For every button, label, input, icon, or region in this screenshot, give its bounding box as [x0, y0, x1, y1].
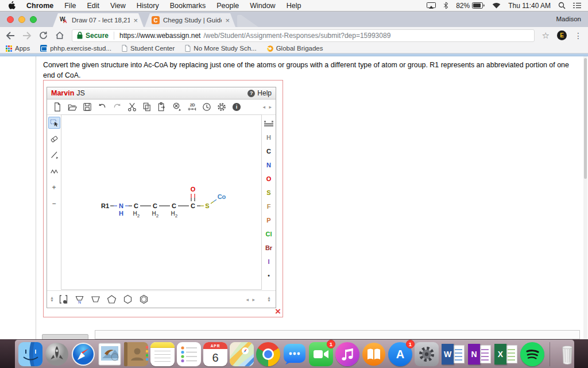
new-tab-button[interactable] [237, 15, 262, 27]
clear-zoom-button[interactable] [171, 101, 183, 113]
dock-trash-icon[interactable] [555, 342, 579, 366]
dock-ibooks-icon[interactable] [362, 342, 386, 366]
menu-item-view[interactable]: View [110, 2, 126, 10]
single-bond-tool-button[interactable] [48, 149, 60, 161]
template-pyrrole-button[interactable]: N [74, 293, 86, 306]
bookmark-star-icon[interactable]: ☆ [542, 30, 550, 41]
dock-spotify-icon[interactable] [520, 342, 544, 366]
dock-contacts-icon[interactable] [124, 342, 148, 366]
tab-close-icon[interactable]: × [225, 17, 230, 24]
more-elements-button[interactable]: • [262, 269, 276, 282]
dock-launchpad-icon[interactable] [45, 342, 69, 366]
view-history-button[interactable] [200, 101, 212, 113]
menu-item-edit[interactable]: Edit [87, 2, 99, 10]
dock-finder-icon[interactable] [18, 342, 42, 366]
abbreviated-group-button[interactable] [57, 293, 70, 306]
template-cyclopentane-button[interactable] [106, 293, 118, 306]
dock-appstore-icon[interactable]: 1 A [388, 342, 412, 366]
dock-maps-icon[interactable] [230, 342, 254, 366]
menu-item-people[interactable]: People [216, 2, 239, 10]
copy-button[interactable] [141, 101, 153, 113]
dock-mail-icon[interactable] [98, 342, 122, 366]
template-scroll-icon[interactable]: ▲▼ [267, 297, 271, 302]
clean-2d-button[interactable]: 2D [185, 101, 198, 113]
forward-button[interactable] [22, 32, 32, 40]
undo-button[interactable] [96, 101, 108, 113]
dock-calendar-icon[interactable]: APR 6 [203, 342, 227, 366]
menu-item-window[interactable]: Window [250, 2, 275, 10]
wifi-icon[interactable] [492, 2, 501, 9]
extension-icon[interactable]: E [557, 30, 567, 40]
element-I-button[interactable]: I [262, 255, 276, 269]
scrollbar-thumb[interactable] [584, 58, 587, 179]
minimize-window-button[interactable] [18, 16, 25, 23]
save-button[interactable] [81, 101, 93, 113]
page-scrollbar[interactable] [583, 56, 587, 339]
template-cyclohexane-button[interactable] [122, 293, 134, 306]
dock-word-icon[interactable]: W [441, 342, 465, 366]
info-button[interactable]: i [230, 101, 242, 113]
reload-button[interactable] [39, 31, 48, 40]
menu-item-file[interactable]: File [64, 2, 76, 10]
browser-profile-name[interactable]: Madison [556, 16, 581, 22]
dock-reminders-icon[interactable] [177, 342, 201, 366]
dock-notes-icon[interactable] [150, 342, 175, 366]
back-button[interactable] [6, 32, 15, 40]
dock-messages-icon[interactable] [283, 342, 307, 366]
bluetooth-icon[interactable] [443, 2, 448, 9]
template-benzene-button[interactable] [138, 293, 150, 306]
increase-charge-button[interactable]: + [48, 181, 60, 193]
dock-system-preferences-icon[interactable] [415, 342, 439, 366]
battery-status[interactable]: 82% [456, 2, 485, 10]
decrease-charge-button[interactable]: − [48, 197, 60, 209]
dock-safari-icon[interactable] [71, 342, 95, 366]
paste-button[interactable] [156, 101, 168, 113]
address-bar[interactable]: Secure https://www.webassign.net/web/Stu… [72, 29, 535, 42]
dock-onenote-icon[interactable]: N [467, 342, 492, 366]
bookmark-no-more-study[interactable]: No More Study Sch... [185, 45, 256, 52]
dock-facetime-icon[interactable]: 1 [309, 342, 333, 366]
template-cyclopentadiene-button[interactable] [90, 293, 102, 306]
marvin-canvas[interactable]: R1 N H C C C C O S Co H H H [61, 114, 262, 290]
settings-gear-button[interactable] [215, 101, 227, 113]
element-H-button[interactable]: H [262, 131, 276, 144]
menu-item-help[interactable]: Help [287, 2, 301, 10]
dock-itunes-icon[interactable] [335, 342, 359, 366]
airplay-display-icon[interactable] [427, 2, 436, 9]
element-C-button[interactable]: C [262, 144, 276, 158]
bookmark-global-brigades[interactable]: Global Brigades [267, 45, 323, 52]
spotlight-search-icon[interactable] [558, 2, 566, 9]
notification-center-icon[interactable] [573, 2, 581, 9]
tab-chegg[interactable]: C Chegg Study | Guided Solutio × [145, 13, 235, 27]
selection-tool-button[interactable] [48, 117, 60, 129]
template-pager-icon[interactable]: ◂ ▸ [246, 297, 256, 302]
marvin-help-button[interactable]: ? Help [247, 89, 272, 97]
browser-menu-icon[interactable]: ⋮ [574, 31, 582, 40]
menu-app-name[interactable]: Chrome [26, 2, 53, 10]
menu-item-bookmarks[interactable]: Bookmarks [170, 2, 206, 10]
dock-excel-icon[interactable]: X [494, 342, 518, 366]
menu-item-history[interactable]: History [137, 2, 159, 10]
tab-webassign[interactable]: W A Draw 07 - lect 18,21,22 - Mo × [53, 13, 144, 27]
periodic-table-button[interactable] [262, 117, 276, 131]
apple-menu-icon[interactable] [8, 1, 16, 10]
dock-chrome-icon[interactable] [256, 342, 280, 366]
open-button[interactable] [66, 101, 78, 113]
bookmark-phhp-exercise[interactable]: phhp.exercise-stud... [40, 45, 111, 52]
toolbar-pager-icon[interactable]: ◂ ▸ [262, 104, 273, 110]
tab-close-icon[interactable]: × [133, 17, 138, 24]
menu-clock[interactable]: Thu 11:40 AM [508, 2, 551, 10]
new-document-button[interactable] [51, 101, 63, 113]
element-Br-button[interactable]: Br [262, 241, 276, 255]
eraser-tool-button[interactable] [48, 133, 60, 145]
scroll-up-down-icon[interactable]: ▲▼ [50, 297, 54, 302]
element-N-button[interactable]: N [262, 158, 276, 172]
element-S-button[interactable]: S [262, 186, 276, 200]
close-window-button[interactable] [7, 16, 14, 23]
redo-button[interactable] [111, 101, 123, 113]
element-P-button[interactable]: P [262, 213, 276, 227]
chain-tool-button[interactable] [48, 165, 60, 177]
bookmark-student-center[interactable]: Student Center [122, 45, 175, 52]
element-O-button[interactable]: O [262, 172, 276, 186]
bookmark-apps[interactable]: Apps [6, 45, 30, 52]
